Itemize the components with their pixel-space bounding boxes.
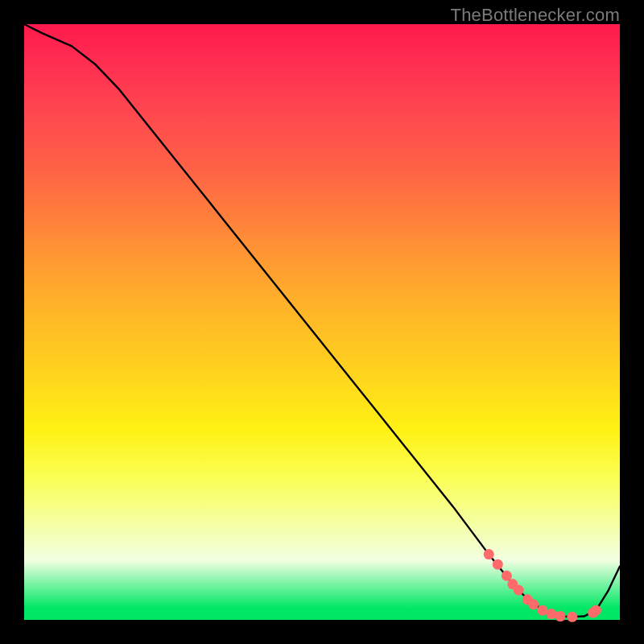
plot-area xyxy=(24,24,620,620)
highlight-dot xyxy=(514,585,524,596)
chart-svg xyxy=(24,24,620,620)
chart-frame: TheBottlenecker.com xyxy=(0,0,644,644)
highlight-dot xyxy=(555,611,566,621)
highlight-dot xyxy=(567,612,577,622)
highlight-dot xyxy=(528,599,539,609)
bottleneck-curve xyxy=(24,24,620,617)
highlight-dot xyxy=(493,559,503,570)
highlight-dot xyxy=(591,605,601,616)
highlight-dots xyxy=(484,549,601,622)
highlight-dot xyxy=(546,609,556,619)
highlight-dot xyxy=(537,605,547,616)
watermark-text: TheBottlenecker.com xyxy=(451,5,620,26)
highlight-dot xyxy=(484,549,494,559)
